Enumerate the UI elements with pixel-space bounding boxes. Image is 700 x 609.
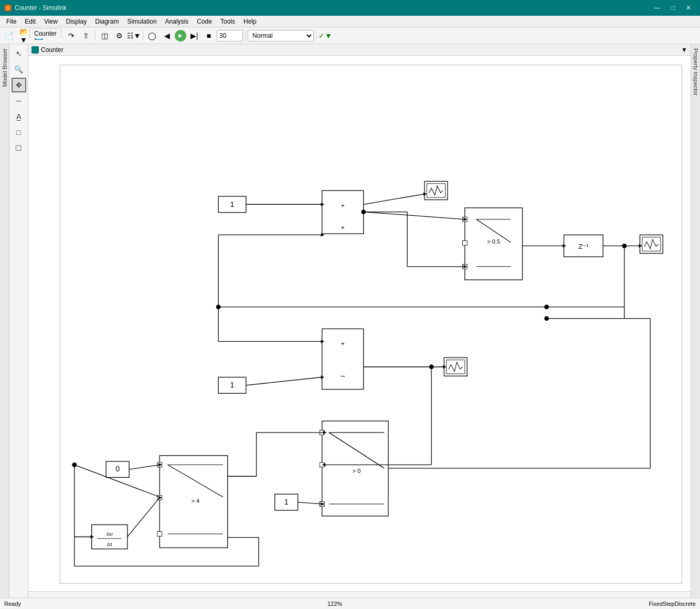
close-button[interactable]: ✕ bbox=[681, 1, 696, 15]
svg-point-77 bbox=[544, 304, 549, 309]
window-title: S Counter - Simulink bbox=[4, 4, 67, 12]
menu-tools[interactable]: Tools bbox=[216, 17, 239, 26]
select-tool[interactable]: ↖ bbox=[12, 46, 26, 61]
extra-tool[interactable]: ☐ bbox=[12, 141, 26, 155]
simulink-icon: S bbox=[4, 4, 12, 12]
sidebar-left[interactable]: Model Browser bbox=[0, 44, 9, 609]
svg-text:> 0.5: > 0.5 bbox=[487, 238, 500, 245]
svg-text:0: 0 bbox=[115, 465, 120, 473]
tool-panel: ↖ 🔍 ✥ ↔ A̲ □ ☐ bbox=[9, 44, 28, 609]
svg-text:+: + bbox=[341, 202, 345, 209]
toolbar-separator-5 bbox=[316, 30, 316, 41]
zoom-level: 122% bbox=[327, 601, 342, 607]
svg-text:> 0: > 0 bbox=[353, 468, 361, 474]
maximize-button[interactable]: □ bbox=[665, 1, 680, 15]
property-inspector-label[interactable]: Property Inspector bbox=[693, 46, 699, 98]
svg-text:+: + bbox=[341, 340, 345, 348]
toolbar-separator-4 bbox=[245, 30, 246, 41]
box-tool[interactable]: □ bbox=[12, 125, 26, 140]
toolbar: 📄 📂▼ 💾 ↶ ↷ ⇧ ◫ ⚙ ☷▼ ◯ ◀ ▶ ▶| ■ Normal Ac… bbox=[0, 27, 700, 44]
menu-help[interactable]: Help bbox=[239, 17, 261, 26]
svg-text:1: 1 bbox=[230, 381, 235, 389]
svg-rect-42 bbox=[157, 532, 162, 537]
simulation-mode-text: FixedStepDiscrete bbox=[649, 601, 696, 607]
simulink-diagram: 1 + + > 0.5 bbox=[28, 56, 691, 609]
breadcrumb: Counter ▼ bbox=[28, 44, 691, 56]
svg-text:Δt: Δt bbox=[107, 541, 112, 547]
menu-diagram[interactable]: Diagram bbox=[91, 17, 123, 26]
menu-edit[interactable]: Edit bbox=[20, 17, 40, 26]
simulation-mode-dropdown[interactable]: Normal Accelerator Rapid Accelerator bbox=[248, 30, 314, 41]
toolbar-separator-3 bbox=[143, 30, 143, 41]
diagram-canvas[interactable]: 1 + + > 0.5 bbox=[28, 56, 691, 609]
record-button[interactable]: ◯ bbox=[145, 29, 159, 43]
navigate-up[interactable]: ⇧ bbox=[79, 29, 93, 43]
settings-button[interactable]: ⚙ bbox=[112, 29, 126, 43]
status-text: Ready bbox=[4, 601, 21, 607]
menu-view[interactable]: View bbox=[40, 17, 62, 26]
svg-text:> 4: > 4 bbox=[191, 498, 199, 504]
step-forward-button[interactable]: ▶| bbox=[187, 29, 201, 43]
open-dropdown[interactable]: 📂▼ bbox=[17, 29, 30, 43]
minimize-button[interactable]: — bbox=[650, 1, 664, 15]
step-back-button[interactable]: ◀ bbox=[160, 29, 174, 43]
main-layout: Model Browser ↖ 🔍 ✥ ↔ A̲ □ ☐ Counter ▼ 1 bbox=[0, 44, 700, 609]
sidebar-right[interactable]: Property Inspector bbox=[691, 44, 700, 609]
model-tab-label: Counter bbox=[34, 30, 57, 37]
fit-tool[interactable]: ✥ bbox=[12, 78, 26, 92]
breadcrumb-dropdown[interactable]: ▼ bbox=[681, 46, 687, 54]
status-bar: Ready 122% FixedStepDiscrete bbox=[0, 597, 700, 609]
stop-button[interactable]: ■ bbox=[202, 29, 216, 43]
title-bar: S Counter - Simulink — □ ✕ bbox=[0, 0, 700, 16]
arrow-tool[interactable]: ↔ bbox=[12, 93, 26, 108]
check-button[interactable]: ✓▼ bbox=[319, 29, 332, 43]
toolbar-separator-2 bbox=[95, 30, 96, 41]
menu-display[interactable]: Display bbox=[62, 17, 91, 26]
text-tool[interactable]: A̲ bbox=[12, 109, 26, 124]
svg-text:−: − bbox=[341, 372, 345, 381]
view-dropdown[interactable]: ☷▼ bbox=[127, 29, 141, 43]
svg-text:1: 1 bbox=[284, 498, 289, 506]
new-button[interactable]: 📄 bbox=[2, 29, 16, 43]
svg-text:+: + bbox=[341, 224, 345, 232]
breadcrumb-path: Counter bbox=[41, 46, 63, 54]
svg-text:Z⁻¹: Z⁻¹ bbox=[578, 243, 589, 250]
library-button[interactable]: ◫ bbox=[98, 29, 111, 43]
menu-file[interactable]: File bbox=[2, 17, 20, 26]
menu-simulation[interactable]: Simulation bbox=[123, 17, 161, 26]
canvas-area[interactable]: Counter ▼ 1 + + bbox=[28, 44, 691, 609]
svg-rect-16 bbox=[462, 240, 467, 245]
title-text: Counter - Simulink bbox=[15, 4, 67, 12]
model-browser-label[interactable]: Model Browser bbox=[2, 46, 8, 89]
menu-code[interactable]: Code bbox=[193, 17, 216, 26]
menu-bar: File Edit View Display Diagram Simulatio… bbox=[0, 16, 700, 27]
svg-point-110 bbox=[544, 316, 549, 321]
breadcrumb-icon bbox=[31, 46, 39, 54]
redo-button[interactable]: ↷ bbox=[65, 29, 78, 43]
svg-text:Δu: Δu bbox=[107, 531, 113, 537]
model-tab[interactable]: Counter bbox=[29, 28, 61, 38]
menu-analysis[interactable]: Analysis bbox=[161, 17, 193, 26]
zoom-in-tool[interactable]: 🔍 bbox=[12, 62, 26, 77]
svg-text:S: S bbox=[6, 6, 9, 10]
window-controls: — □ ✕ bbox=[650, 1, 696, 15]
run-button[interactable]: ▶ bbox=[175, 30, 186, 41]
run-time-input[interactable] bbox=[217, 30, 243, 41]
svg-text:1: 1 bbox=[230, 200, 235, 208]
